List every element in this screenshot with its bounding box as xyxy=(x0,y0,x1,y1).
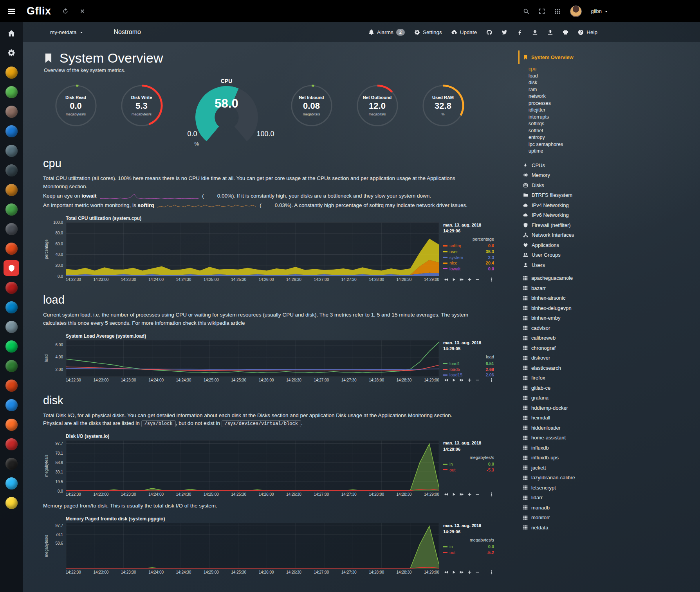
chart-play-button[interactable] xyxy=(452,378,456,382)
toc-item-entropy[interactable]: entropy xyxy=(529,134,700,141)
chart-resize-handle[interactable] xyxy=(489,492,494,497)
rail-app-7[interactable] xyxy=(4,182,19,198)
toc-item-cpu[interactable]: cpu xyxy=(529,66,700,73)
toc-section-disks[interactable]: Disks xyxy=(523,180,700,191)
toc-app-letsencrypt[interactable]: letsencrypt xyxy=(523,483,700,493)
rail-app-8[interactable] xyxy=(4,202,19,217)
rail-app-10[interactable] xyxy=(4,241,19,256)
nav-alarms-button[interactable]: Alarms2 xyxy=(368,29,405,36)
toc-app-firefox[interactable]: firefox xyxy=(523,373,700,383)
rail-app-6[interactable] xyxy=(4,162,19,178)
toc-section-network-interfaces[interactable]: Network Interfaces xyxy=(523,230,700,240)
search-icon[interactable] xyxy=(523,8,529,14)
toc-item-processes[interactable]: processes xyxy=(529,100,700,107)
rail-app-active[interactable] xyxy=(4,260,19,276)
legend-system[interactable]: system 2.3 xyxy=(443,255,494,261)
toc-item-softirqs[interactable]: softirqs xyxy=(529,121,700,128)
gauge-net-inbound[interactable]: Net Inbound0.08megabits/s xyxy=(289,83,335,130)
chart-zoom-out-button[interactable] xyxy=(475,378,480,382)
toc-section-cpus[interactable]: CPUs xyxy=(523,160,700,171)
chart-pan-right-button[interactable] xyxy=(460,492,464,497)
my-netdata-dropdown[interactable]: my-netdata xyxy=(50,29,83,35)
toc-app-apacheguacamole[interactable]: apacheguacamole xyxy=(523,273,700,283)
legend-softirq[interactable]: softirq 0.0 xyxy=(443,243,494,249)
rail-app-14[interactable] xyxy=(4,338,19,354)
toc-app-netdata[interactable]: netdata xyxy=(523,523,700,533)
legend-iowait[interactable]: iowait 0.0 xyxy=(443,266,494,272)
chart-plot-area[interactable] xyxy=(66,222,439,276)
rail-app-11[interactable] xyxy=(4,280,19,295)
legend-in[interactable]: in 0.0 xyxy=(443,544,494,550)
toc-item-ipc-semaphores[interactable]: ipc semaphores xyxy=(529,141,700,148)
rail-app-5[interactable] xyxy=(4,143,19,158)
rail-app-20[interactable] xyxy=(4,456,19,471)
nav-update-button[interactable]: Update xyxy=(451,29,477,35)
nav-github-icon[interactable] xyxy=(486,29,492,35)
toc-app-binhex-delugevpn[interactable]: binhex-delugevpn xyxy=(523,303,700,313)
chart-play-button[interactable] xyxy=(452,570,456,574)
toc-item-load[interactable]: load xyxy=(529,73,700,80)
toc-app-bazarr[interactable]: bazarr xyxy=(523,283,700,293)
nav-facebook-icon[interactable] xyxy=(517,29,523,35)
toc-app-home-assistant[interactable]: home-assistant xyxy=(523,433,700,443)
chart-pan-left-button[interactable] xyxy=(444,277,448,282)
rail-app-9[interactable] xyxy=(4,221,19,237)
toc-app-lidarr[interactable]: lidarr xyxy=(523,493,700,503)
brand-logo[interactable]: Gflix xyxy=(27,5,51,17)
toc-app-influxdb-ups[interactable]: influxdb-ups xyxy=(523,453,700,463)
wikipedia-link[interactable]: this wikipedia article xyxy=(198,320,245,326)
chart-zoom-in-button[interactable] xyxy=(467,277,472,282)
chart-plot-area[interactable] xyxy=(66,340,439,377)
legend-load1[interactable]: load1 6.51 xyxy=(443,361,494,367)
toc-item-uptime[interactable]: uptime xyxy=(529,148,700,155)
legend-nice[interactable]: nice 20.4 xyxy=(443,260,494,266)
toc-section-users[interactable]: Users xyxy=(523,260,700,270)
chart-zoom-in-button[interactable] xyxy=(467,378,472,382)
nav-upload-icon[interactable] xyxy=(547,29,553,35)
chart-resize-handle[interactable] xyxy=(489,378,494,382)
rail-app-15[interactable] xyxy=(4,358,19,374)
legend-out[interactable]: out -5.3 xyxy=(443,467,494,473)
chart-pan-right-button[interactable] xyxy=(460,570,464,574)
gauge-disk-write[interactable]: Disk Write5.3megabytes/s xyxy=(119,83,165,130)
chart-pan-right-button[interactable] xyxy=(460,277,464,282)
toc-app-hiddenloader[interactable]: hiddenloader xyxy=(523,423,700,433)
toc-app-calibreweb[interactable]: calibreweb xyxy=(523,333,700,343)
toc-app-hddtemp-docker[interactable]: hddtemp-docker xyxy=(523,403,700,413)
rail-app-16[interactable] xyxy=(4,378,19,393)
toc-app-lazylibrarian-calibre[interactable]: lazylibrarian-calibre xyxy=(523,473,700,483)
chart-resize-handle[interactable] xyxy=(489,277,494,282)
chart-zoom-out-button[interactable] xyxy=(475,492,480,497)
toc-section-ipv4-networking[interactable]: IPv4 Networking xyxy=(523,200,700,211)
rail-settings-icon[interactable] xyxy=(4,45,19,61)
toc-app-binhex-airsonic[interactable]: binhex-airsonic xyxy=(523,293,700,303)
toc-section-ipv6-networking[interactable]: IPv6 Networking xyxy=(523,210,700,220)
fullscreen-icon[interactable] xyxy=(539,8,545,14)
gauge-disk-read[interactable]: Disk Read0.0megabytes/s xyxy=(53,83,99,130)
toc-app-binhex-emby[interactable]: binhex-emby xyxy=(523,313,700,323)
chart-plot-area[interactable] xyxy=(66,523,439,569)
gauge-net-outbound[interactable]: Net Outbound12.0megabits/s xyxy=(354,83,401,130)
rail-app-2[interactable] xyxy=(4,84,19,100)
rail-app-21[interactable] xyxy=(4,475,19,491)
toc-system-overview[interactable]: System Overview xyxy=(518,50,608,64)
toc-item-ram[interactable]: ram xyxy=(529,86,700,94)
hamburger-menu-icon[interactable] xyxy=(7,7,16,16)
chart-zoom-in-button[interactable] xyxy=(467,492,472,497)
toc-app-influxdb[interactable]: influxdb xyxy=(523,443,700,453)
toc-app-chronograf[interactable]: chronograf xyxy=(523,343,700,353)
toc-item-interrupts[interactable]: interrupts xyxy=(529,114,700,121)
nav-settings-button[interactable]: Settings xyxy=(414,29,442,35)
toc-app-heimdall[interactable]: heimdall xyxy=(523,413,700,423)
rail-app-3[interactable] xyxy=(4,104,19,119)
toc-item-disk[interactable]: disk xyxy=(529,79,700,86)
toc-section-applications[interactable]: Applications xyxy=(523,240,700,250)
chart-zoom-out-button[interactable] xyxy=(475,277,480,282)
toc-section-btrfs-filesystem[interactable]: BTRFS filesystem xyxy=(523,190,700,200)
chart-pan-left-button[interactable] xyxy=(444,492,448,497)
toc-section-firewall-netfilter[interactable]: Firewall (netfilter) xyxy=(523,220,700,230)
rail-app-18[interactable] xyxy=(4,417,19,432)
chart-zoom-out-button[interactable] xyxy=(475,570,480,574)
toc-app-gitlab-ce[interactable]: gitlab-ce xyxy=(523,383,700,393)
gauge-cpu[interactable]: CPU 58.0 0.0100.0 % xyxy=(184,78,269,145)
